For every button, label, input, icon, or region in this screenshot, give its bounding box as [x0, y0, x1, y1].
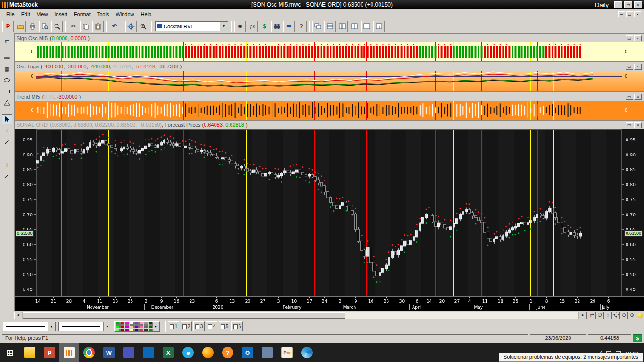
taskbar-help-app[interactable]: ? [218, 343, 238, 362]
triangle-tool-icon[interactable] [2, 98, 12, 108]
refresh-icon[interactable]: ⇄ [588, 312, 596, 319]
zoom-in-icon[interactable]: ⊕ [628, 312, 636, 319]
taskbar-calculator-app[interactable] [139, 343, 158, 362]
forecaster-icon[interactable]: ⇒ [283, 21, 295, 32]
cut-icon[interactable]: ✂ [68, 21, 79, 32]
trend-chart[interactable] [15, 101, 644, 120]
chevron-down-icon[interactable]: ▼ [48, 322, 55, 331]
palette-color[interactable] [120, 329, 124, 331]
indicator-builder-icon[interactable]: ƒx [247, 21, 258, 32]
panel-close-icon[interactable]: × [634, 35, 642, 41]
palette-color[interactable] [144, 325, 148, 328]
print-icon[interactable] [27, 21, 38, 32]
palette-color[interactable] [149, 322, 153, 325]
grid-tool-icon[interactable]: ▦ [2, 64, 12, 74]
scale-updown-icon[interactable]: ↕ [604, 312, 612, 319]
panel-restore-icon[interactable]: ▭ [626, 122, 633, 128]
sign-osc-chart[interactable] [15, 42, 644, 61]
palette-color[interactable] [144, 322, 148, 325]
power-console-icon[interactable]: P [2, 21, 14, 32]
menu-help[interactable]: Help [138, 10, 155, 18]
palette-color[interactable] [125, 322, 129, 325]
print-preview-icon[interactable] [39, 21, 50, 32]
horizontal-line-tool-icon[interactable]: — [2, 148, 12, 158]
layout-preset-6-button[interactable]: 6 [231, 321, 243, 331]
crosshair-tool-icon[interactable]: + [2, 125, 12, 136]
menu-window[interactable]: Window [112, 10, 137, 18]
close-button[interactable]: × [634, 1, 642, 8]
paste-icon[interactable] [92, 21, 104, 32]
palette-color[interactable] [125, 325, 129, 328]
mdi-minimize-button[interactable]: ─ [618, 11, 625, 17]
periodicity-label[interactable]: Daily [595, 1, 609, 8]
horizontal-scrollbar[interactable] [22, 312, 579, 319]
scroll-left-icon[interactable]: ◄ [14, 312, 22, 319]
copy-icon[interactable] [80, 21, 91, 32]
menu-insert[interactable]: Insert [51, 10, 71, 18]
taskbar-excel-app[interactable]: X [158, 343, 178, 362]
mdi-close-button[interactable]: × [634, 11, 641, 17]
zoom-out-icon[interactable]: ⊖ [620, 312, 628, 319]
yellow-ball-icon[interactable] [636, 312, 644, 319]
panel-close-icon[interactable]: × [634, 94, 642, 100]
panel-restore-icon[interactable]: ▭ [626, 64, 633, 70]
line-style-combo[interactable]: ▼ [3, 322, 56, 331]
chevron-down-icon[interactable]: ▼ [220, 22, 228, 31]
candlestick-chart[interactable] [15, 129, 644, 311]
palette-color[interactable] [125, 329, 129, 331]
open-chart-icon[interactable] [15, 21, 26, 32]
palette-color[interactable] [116, 322, 120, 325]
palette-color[interactable] [134, 325, 139, 328]
ellipse-tool-icon[interactable] [2, 75, 12, 85]
menu-edit[interactable]: Edit [18, 10, 33, 18]
what-if-icon[interactable]: ? [296, 21, 307, 32]
palette-color[interactable] [130, 322, 134, 325]
palette-color[interactable] [139, 329, 143, 331]
color-picker-button[interactable]: ▼ [114, 321, 160, 332]
windows-cascade-icon[interactable] [312, 21, 323, 32]
indicator-combo[interactable]: Cocktail RVI ▼ [155, 21, 228, 31]
panel-close-icon[interactable]: × [634, 64, 642, 70]
notification-toast[interactable]: Solucionar problemas de equipos: 2 mensa… [499, 353, 643, 362]
windows-tile-horizontal-icon[interactable] [324, 21, 336, 32]
percent-retrace-tool-icon[interactable] [2, 171, 12, 181]
panel-restore-icon[interactable]: ▭ [626, 94, 633, 100]
menu-view[interactable]: View [33, 10, 51, 18]
taskbar-remote-app[interactable] [257, 343, 277, 362]
crosshair-icon[interactable] [125, 21, 137, 32]
layout-preset-3-button[interactable]: 3 [193, 321, 205, 331]
trendline-tool-icon[interactable] [2, 137, 12, 147]
chart-mixed-layout-icon[interactable] [373, 21, 385, 32]
taskbar-edge-app[interactable] [297, 343, 317, 362]
vertical-line-tool-icon[interactable]: | [2, 159, 12, 170]
palette-color[interactable] [130, 329, 134, 331]
palette-color[interactable] [116, 325, 120, 328]
panel-restore-icon[interactable]: ▭ [626, 35, 633, 41]
taskbar-teams-app[interactable] [119, 343, 139, 362]
taskbar-firefox-app[interactable] [198, 343, 218, 362]
line-weight-combo[interactable]: ▼ [58, 322, 111, 331]
restore-button[interactable]: ▭ [624, 1, 632, 8]
taskbar-outlook-app[interactable]: O [238, 343, 257, 362]
taskbar-start-button[interactable]: ⊞ [0, 343, 20, 362]
palette-color[interactable] [139, 322, 143, 325]
palette-color[interactable] [144, 329, 148, 331]
layout-preset-2-button[interactable]: 2 [181, 321, 192, 331]
windows-tile-vertical-icon[interactable] [337, 21, 348, 32]
scroll-right-icon[interactable]: ► [579, 312, 587, 319]
palette-color[interactable] [139, 325, 143, 328]
periodicity-button[interactable]: D [596, 312, 604, 319]
taskbar-powerpoint-app[interactable]: P [40, 343, 59, 362]
palette-color[interactable] [149, 325, 153, 328]
palette-color[interactable] [130, 325, 134, 328]
layout-preset-5-button[interactable]: 5 [219, 321, 230, 331]
chevron-down-icon[interactable]: ▼ [103, 322, 111, 331]
zoom-in-icon[interactable] [138, 21, 149, 32]
taskbar-metastock-app[interactable] [59, 343, 79, 362]
taskbar-ie-app[interactable]: e [178, 343, 198, 362]
text-tool-icon[interactable]: abc [2, 52, 12, 63]
taskbar-explorer-app[interactable] [20, 343, 40, 362]
scrollbar-thumb[interactable] [23, 312, 345, 319]
undo-icon[interactable]: ↶ [109, 21, 120, 32]
chart-grid-icon[interactable] [349, 21, 360, 32]
